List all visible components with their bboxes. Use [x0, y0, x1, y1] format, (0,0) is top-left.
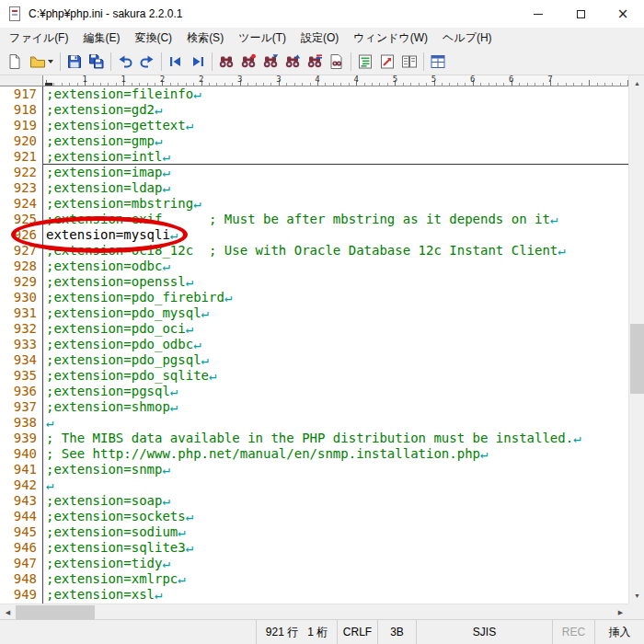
editor-line-923[interactable]: 923;extension=ldap↵ [0, 180, 628, 196]
line-number[interactable]: 939 [0, 431, 43, 446]
line-number[interactable]: 926 [0, 227, 43, 243]
editor-line-935[interactable]: 935;extension=pdo_sqlite↵ [0, 368, 628, 384]
line-number[interactable]: 922 [0, 165, 43, 180]
editor-line-928[interactable]: 928;extension=odbc↵ [0, 259, 628, 274]
menu-item-tool[interactable]: ツール(T) [231, 28, 293, 48]
line-number[interactable]: 942 [0, 477, 43, 493]
horizontal-scrollbar[interactable]: ◀ ▶ [0, 604, 628, 619]
line-number[interactable]: 923 [0, 180, 43, 196]
line-number[interactable]: 927 [0, 243, 43, 259]
close-button[interactable]: × [602, 0, 644, 28]
search-mark-button[interactable] [237, 51, 259, 73]
editor-line-927[interactable]: 927;extension=oci8_12c ; Use with Oracle… [0, 243, 628, 259]
line-number[interactable]: 947 [0, 556, 43, 571]
editor-line-936[interactable]: 936;extension=pgsql↵ [0, 384, 628, 399]
editor-line-937[interactable]: 937;extension=shmop↵ [0, 399, 628, 415]
redo-button[interactable] [136, 51, 158, 73]
scroll-down-button[interactable]: ▼ [629, 588, 644, 604]
editor-line-943[interactable]: 943;extension=soap↵ [0, 493, 628, 509]
editor-line-941[interactable]: 941;extension=snmp↵ [0, 462, 628, 477]
line-number[interactable]: 945 [0, 524, 43, 540]
editor-line-918[interactable]: 918;extension=gd2↵ [0, 102, 628, 118]
horizontal-scroll-thumb[interactable] [16, 605, 95, 619]
editor-line-946[interactable]: 946;extension=sqlite3↵ [0, 540, 628, 556]
compare-button[interactable] [398, 51, 420, 73]
vertical-scrollbar[interactable]: ▲ ▼ [628, 75, 644, 604]
editor-line-930[interactable]: 930;extension=pdo_firebird↵ [0, 290, 628, 305]
line-number[interactable]: 918 [0, 102, 43, 118]
line-number[interactable]: 919 [0, 118, 43, 133]
editor-line-924[interactable]: 924;extension=mbstring↵ [0, 196, 628, 212]
scroll-up-button[interactable]: ▲ [629, 75, 644, 91]
line-number[interactable]: 935 [0, 368, 43, 384]
editor-line-948[interactable]: 948;extension=xmlrpc↵ [0, 571, 628, 587]
editor-line-949[interactable]: 949;extension=xsl↵ [0, 587, 628, 603]
minimize-button[interactable] [517, 0, 559, 28]
editor-line-934[interactable]: 934;extension=pdo_pgsql↵ [0, 352, 628, 368]
editor-line-931[interactable]: 931;extension=pdo_mysql↵ [0, 305, 628, 321]
line-number[interactable]: 944 [0, 509, 43, 524]
line-number[interactable]: 920 [0, 133, 43, 149]
line-number[interactable]: 949 [0, 587, 43, 603]
scroll-left-button[interactable]: ◀ [0, 604, 16, 620]
editor-line-947[interactable]: 947;extension=tidy↵ [0, 556, 628, 571]
line-number[interactable]: 946 [0, 540, 43, 556]
search-button[interactable] [215, 51, 237, 73]
jump-next-button[interactable] [187, 51, 209, 73]
window-list-button[interactable] [427, 51, 449, 73]
save-button[interactable] [63, 51, 86, 73]
menu-item-convert[interactable]: 変換(C) [127, 28, 179, 48]
line-number[interactable]: 943 [0, 493, 43, 509]
editor-line-922[interactable]: 922;extension=imap↵ [0, 165, 628, 180]
line-number[interactable]: 933 [0, 337, 43, 352]
tag-jump-button[interactable] [376, 51, 398, 73]
editor-line-925[interactable]: 925;extension=exif ; Must be after mbstr… [0, 212, 628, 227]
menu-item-file[interactable]: ファイル(F) [2, 28, 75, 48]
grep-button[interactable] [326, 51, 348, 73]
line-number[interactable]: 941 [0, 462, 43, 477]
maximize-button[interactable] [559, 0, 602, 28]
editor-line-938[interactable]: 938↵ [0, 415, 628, 431]
menu-item-search[interactable]: 検索(S) [179, 28, 231, 48]
line-number[interactable]: 921 [0, 149, 43, 165]
line-number[interactable]: 937 [0, 399, 43, 415]
menu-item-help[interactable]: ヘルプ(H) [435, 28, 500, 48]
editor-line-926[interactable]: 926extension=mysqli↵ [0, 227, 628, 243]
editor-line-940[interactable]: 940; See http://www.php.net/manual/en/sn… [0, 446, 628, 462]
menu-item-edit[interactable]: 編集(E) [75, 28, 127, 48]
editor-line-921[interactable]: 921;extension=intl↵ [0, 149, 628, 165]
line-number[interactable]: 925 [0, 212, 43, 227]
line-number[interactable]: 940 [0, 446, 43, 462]
editor-line-919[interactable]: 919;extension=gettext↵ [0, 118, 628, 133]
editor-line-942[interactable]: 942↵ [0, 477, 628, 493]
vertical-scroll-thumb[interactable] [630, 324, 644, 394]
menu-item-window[interactable]: ウィンドウ(W) [346, 28, 435, 48]
save-all-button[interactable] [86, 51, 108, 73]
replace-button[interactable] [304, 51, 326, 73]
undo-button[interactable] [114, 51, 136, 73]
line-number[interactable]: 934 [0, 352, 43, 368]
editor-line-917[interactable]: 917;extension=fileinfo↵ [0, 86, 628, 102]
text-editor[interactable]: 917;extension=fileinfo↵918;extension=gd2… [0, 86, 628, 604]
open-file-button[interactable] [26, 51, 57, 73]
editor-line-939[interactable]: 939; The MIBS data available in the PHP … [0, 431, 628, 446]
find-prev-button[interactable] [282, 51, 304, 73]
editor-line-944[interactable]: 944;extension=sockets↵ [0, 509, 628, 524]
scroll-right-button[interactable]: ▶ [613, 604, 628, 620]
new-file-button[interactable] [4, 51, 26, 73]
outline-button[interactable] [354, 51, 376, 73]
menu-item-setting[interactable]: 設定(O) [293, 28, 346, 48]
editor-line-945[interactable]: 945;extension=sodium↵ [0, 524, 628, 540]
line-number[interactable]: 932 [0, 321, 43, 337]
line-number[interactable]: 928 [0, 259, 43, 274]
editor-line-929[interactable]: 929;extension=openssl↵ [0, 274, 628, 290]
line-number[interactable]: 929 [0, 274, 43, 290]
jump-prev-button[interactable] [165, 51, 187, 73]
line-number[interactable]: 917 [0, 86, 43, 102]
find-next-button[interactable] [259, 51, 282, 73]
line-number[interactable]: 938 [0, 415, 43, 431]
editor-line-920[interactable]: 920;extension=gmp↵ [0, 133, 628, 149]
editor-line-933[interactable]: 933;extension=pdo_odbc↵ [0, 337, 628, 352]
line-number[interactable]: 930 [0, 290, 43, 305]
line-number[interactable]: 931 [0, 305, 43, 321]
